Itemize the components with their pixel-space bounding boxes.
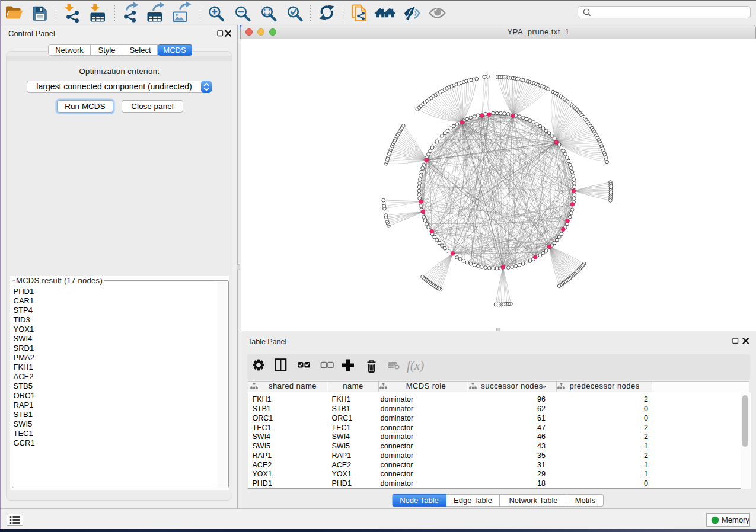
svg-text:f(x): f(x) [407,358,424,373]
